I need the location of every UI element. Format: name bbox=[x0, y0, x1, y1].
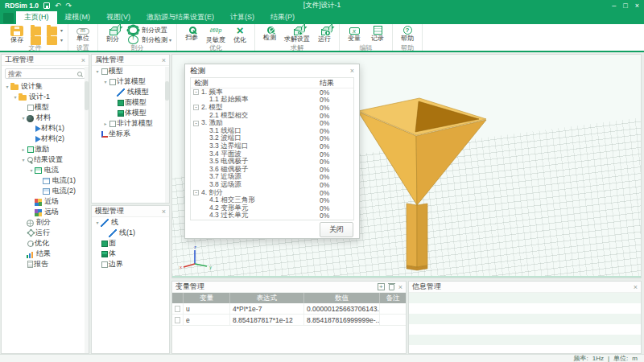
mesh-button[interactable]: 剖分 bbox=[102, 25, 123, 44]
tab-modeling[interactable]: 建模(M) bbox=[57, 10, 99, 24]
prop-noncompute-model[interactable]: ▸ 非计算模型 bbox=[92, 118, 169, 129]
app-menu-button[interactable] bbox=[3, 13, 14, 23]
expander-icon[interactable]: - bbox=[193, 121, 199, 126]
prop-compute-model[interactable]: ▾ 计算模型 bbox=[92, 76, 169, 87]
expander-icon[interactable]: ▾ bbox=[28, 167, 35, 173]
tree-far-field[interactable]: 远场 bbox=[2, 207, 89, 217]
r-record-icon bbox=[374, 26, 382, 35]
tree-results[interactable]: 结果 bbox=[2, 249, 89, 259]
prop-model[interactable]: ▾ 模型 bbox=[92, 66, 169, 76]
expander-icon[interactable]: ▾ bbox=[12, 94, 19, 100]
record-button[interactable]: 记录 bbox=[367, 25, 388, 44]
tree-excitation[interactable]: ▸ 激励 bbox=[2, 144, 89, 154]
tab-home[interactable]: 主页(H) bbox=[16, 10, 57, 24]
tree-mesh[interactable]: 剖分 bbox=[2, 217, 89, 228]
expander-icon[interactable]: ▾ bbox=[94, 220, 101, 225]
save-button[interactable]: 保存 bbox=[6, 25, 27, 44]
expander-icon[interactable]: ▾ bbox=[4, 84, 10, 89]
model-solid[interactable]: 体 bbox=[92, 249, 169, 259]
info-panel: 信息管理 × bbox=[408, 281, 642, 354]
minimize-button[interactable]: – bbox=[612, 2, 616, 10]
tree-material[interactable]: ▾ 材料 bbox=[2, 113, 89, 123]
undo-icon[interactable]: ↶ bbox=[55, 2, 61, 10]
prop-solid-model[interactable]: 体模型 bbox=[92, 108, 169, 118]
variable-row-u[interactable]: u 4*PI*1e-7 0.00000125663706143... bbox=[172, 303, 406, 315]
tab-excitation-results[interactable]: 激励源与结果设置(E) bbox=[138, 10, 222, 24]
mesh-settings-button[interactable]: 剖分设置 bbox=[126, 25, 172, 35]
expander-icon[interactable]: ▾ bbox=[94, 68, 101, 74]
help-button[interactable]: 帮助 bbox=[397, 25, 418, 44]
expander-icon[interactable]: ▾ bbox=[102, 79, 109, 84]
quick-save-icon[interactable] bbox=[43, 2, 50, 9]
scroll-thumb[interactable] bbox=[85, 81, 89, 110]
tree-material-2[interactable]: 材料(2) bbox=[2, 134, 89, 144]
model-surface[interactable]: 面 bbox=[92, 238, 169, 249]
model-line[interactable]: ▾ 线 bbox=[92, 217, 169, 228]
property-panel-close-icon[interactable]: × bbox=[162, 56, 166, 64]
tree-near-field[interactable]: 近场 bbox=[2, 196, 89, 207]
property-scrollbar[interactable] bbox=[165, 67, 169, 203]
variables-button[interactable]: 变量 bbox=[344, 25, 365, 44]
search-input[interactable] bbox=[8, 70, 76, 78]
optimize-button[interactable]: 优化 bbox=[229, 25, 250, 44]
variables-panel-close-icon[interactable]: × bbox=[398, 283, 402, 291]
expander-icon[interactable]: ▸ bbox=[102, 121, 109, 126]
delete-variable-icon[interactable] bbox=[389, 284, 394, 290]
check-button[interactable]: 检测 bbox=[259, 25, 280, 44]
mesh-check-button[interactable]: 剖分检测 ▾ bbox=[126, 35, 172, 44]
check-dialog: 检测 × 检测 结果 - 1. 频率 0% bbox=[184, 64, 360, 239]
tree-design-set[interactable]: ▾ 设计集 bbox=[2, 81, 89, 92]
import-button[interactable] bbox=[30, 35, 43, 44]
tree-report[interactable]: 报告 bbox=[2, 259, 89, 269]
scroll-thumb[interactable] bbox=[165, 81, 169, 101]
prop-line-model[interactable]: 线模型 bbox=[92, 87, 169, 97]
tree-run[interactable]: 运行 bbox=[2, 228, 89, 238]
model-panel-close-icon[interactable]: × bbox=[162, 208, 166, 216]
tree-material-1[interactable]: 材料(1) bbox=[2, 123, 89, 134]
expander-icon[interactable]: - bbox=[193, 190, 199, 195]
row-checkbox[interactable] bbox=[175, 306, 180, 312]
expander-icon[interactable]: ▾ bbox=[20, 115, 27, 121]
project-panel-close-icon[interactable]: × bbox=[81, 56, 85, 64]
model-line-1[interactable]: 线(1) bbox=[92, 228, 169, 238]
solver-settings-button[interactable]: 求解设置 bbox=[283, 25, 312, 44]
tab-view[interactable]: 视图(V) bbox=[98, 10, 138, 24]
tree-optimize[interactable]: 优化 bbox=[2, 238, 89, 249]
tree-current[interactable]: ▾ 电流 bbox=[2, 165, 89, 175]
tree-result-settings[interactable]: ▾ 结果设置 bbox=[2, 154, 89, 165]
export-button[interactable]: ▾ bbox=[46, 35, 64, 44]
dial-icon bbox=[27, 241, 34, 247]
tab-results[interactable]: 结果(P) bbox=[262, 10, 303, 24]
check-dialog-close-icon[interactable]: × bbox=[350, 67, 354, 75]
info-panel-close-icon[interactable]: × bbox=[634, 283, 638, 291]
project-scrollbar[interactable] bbox=[85, 67, 89, 353]
tree-model[interactable]: 模型 bbox=[2, 102, 89, 113]
variable-row-e[interactable]: e 8.854187817*1e-12 8.854187816999999e-.… bbox=[172, 315, 406, 326]
dialog-close-button[interactable]: 关闭 bbox=[320, 222, 353, 237]
recent-files-button[interactable]: ▾ bbox=[46, 25, 64, 35]
run-button[interactable]: 运行 bbox=[314, 25, 335, 44]
tree-current-1[interactable]: 电流(1) bbox=[2, 175, 89, 186]
prop-coordinate-system[interactable]: 坐标系 bbox=[92, 129, 169, 139]
sweep-button[interactable]: 扫参 bbox=[181, 25, 202, 44]
redo-icon[interactable]: ↷ bbox=[66, 2, 72, 10]
maximize-button[interactable]: □ bbox=[623, 2, 627, 10]
viewport-3d[interactable]: z x y 检测 × 检测 结果 - 1. 频率 bbox=[171, 54, 642, 278]
r-gear-icon bbox=[128, 26, 138, 35]
check-dialog-title: 检测 bbox=[190, 66, 205, 76]
expander-icon[interactable]: ▾ bbox=[20, 157, 27, 162]
sensitivity-button[interactable]: 灵敏度 bbox=[204, 25, 227, 44]
expander-icon[interactable]: - bbox=[193, 105, 199, 110]
model-boundary[interactable]: 边界 bbox=[92, 259, 169, 269]
tree-current-2[interactable]: 电流(2) bbox=[2, 186, 89, 196]
expander-icon[interactable]: ▸ bbox=[20, 146, 27, 152]
tab-compute[interactable]: 计算(S) bbox=[222, 10, 262, 24]
close-button[interactable]: × bbox=[635, 2, 639, 10]
prop-surface-model[interactable]: 面模型 bbox=[92, 97, 169, 108]
add-variable-icon[interactable] bbox=[378, 283, 385, 290]
row-checkbox[interactable] bbox=[175, 317, 180, 323]
open-button[interactable] bbox=[30, 25, 43, 35]
expander-icon[interactable]: - bbox=[193, 89, 199, 95]
tree-design-1[interactable]: ▾ 设计-1 bbox=[2, 92, 89, 102]
units-button[interactable]: 单位 bbox=[72, 25, 93, 44]
